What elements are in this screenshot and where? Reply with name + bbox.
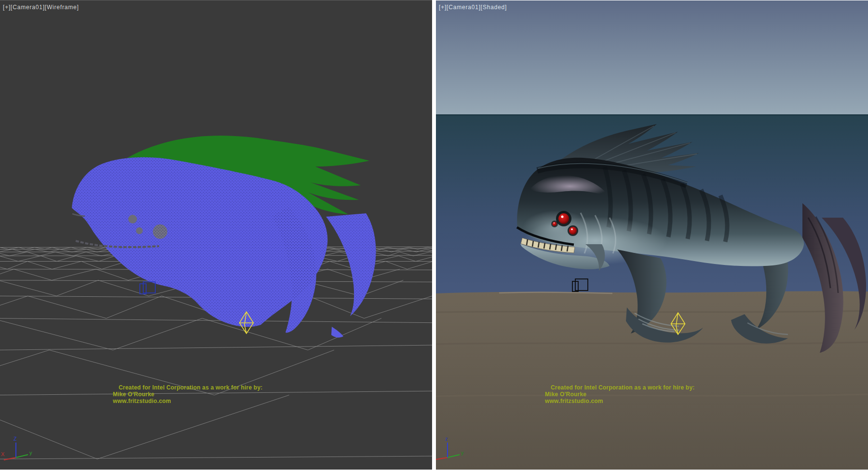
- watermark-line: www.fritzstudio.com: [113, 398, 286, 404]
- dual-viewport-stage: X y Z [+][Camera01][Wireframe] Created f…: [0, 0, 868, 472]
- axis-x-label: X: [1, 451, 5, 457]
- axis-z-label: Z: [14, 436, 17, 442]
- red-eye: [569, 227, 577, 235]
- red-eye: [558, 213, 569, 224]
- viewport-label-shaded[interactable]: [+][Camera01][Shaded]: [439, 4, 507, 11]
- watermark-line: Created for Intel Corporation as a work …: [113, 384, 286, 391]
- watermark-text: Created for Intel Corporation as a work …: [545, 384, 719, 404]
- axis-z-label: z: [445, 436, 448, 442]
- axis-y-label: y: [461, 450, 464, 456]
- axis-y-label: y: [29, 450, 32, 456]
- watermark-line: Mike O'Rourke: [545, 391, 719, 398]
- viewport-wireframe[interactable]: X y Z [+][Camera01][Wireframe] Created f…: [0, 0, 432, 470]
- red-eye: [553, 222, 557, 226]
- watermark-line: www.fritzstudio.com: [545, 398, 719, 404]
- viewport-label-wireframe[interactable]: [+][Camera01][Wireframe]: [3, 4, 79, 11]
- watermark-text: Created for Intel Corporation as a work …: [113, 384, 286, 404]
- axis-gizmo: X y Z: [1, 436, 32, 460]
- viewport-shaded[interactable]: y z [+][Camera01][Shaded] Created for In…: [436, 0, 868, 470]
- box-helper[interactable]: [140, 282, 155, 294]
- fish-eye-small2: [136, 227, 143, 234]
- watermark-line: Created for Intel Corporation as a work …: [545, 384, 719, 391]
- sky: [436, 0, 868, 115]
- watermark-line: Mike O'Rourke: [113, 391, 286, 398]
- fish-eye-small: [128, 215, 137, 223]
